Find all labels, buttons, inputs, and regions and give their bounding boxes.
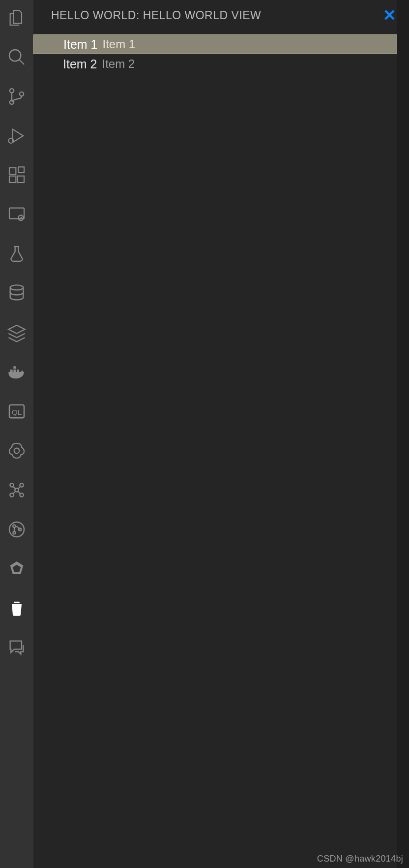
docker-icon[interactable] xyxy=(6,361,28,383)
tree-item[interactable]: Item 1 Item 1 xyxy=(33,34,397,54)
watermark-text: CSDN @hawk2014bj xyxy=(317,854,403,864)
tree-item-label: Item 1 xyxy=(63,37,97,52)
svg-point-29 xyxy=(13,531,15,534)
tree-item-label: Item 2 xyxy=(63,57,97,71)
tree-view: Item 1 Item 1 Item 2 Item 2 xyxy=(33,34,397,74)
sidebar-panel: HELLO WORLD: HELLO WORLD VIEW ✕ Item 1 I… xyxy=(33,0,409,868)
remote-explorer-icon[interactable] xyxy=(6,204,28,225)
explorer-icon[interactable] xyxy=(6,7,28,29)
trash-icon[interactable] xyxy=(6,597,28,619)
graphql-icon[interactable]: QL xyxy=(6,401,28,422)
svg-rect-15 xyxy=(10,370,13,372)
run-debug-icon[interactable] xyxy=(6,125,28,147)
svg-marker-14 xyxy=(8,325,25,334)
close-icon[interactable]: ✕ xyxy=(383,7,397,23)
activity-bar: QL xyxy=(0,0,33,868)
polygon-icon[interactable] xyxy=(6,558,28,580)
extensions-icon[interactable] xyxy=(6,164,28,186)
sidebar-title: HELLO WORLD: HELLO WORLD VIEW xyxy=(51,9,261,22)
svg-rect-18 xyxy=(13,366,16,369)
svg-rect-7 xyxy=(9,168,16,174)
svg-point-13 xyxy=(10,285,24,290)
database-icon[interactable] xyxy=(6,282,28,304)
openai-icon[interactable] xyxy=(6,440,28,462)
svg-rect-16 xyxy=(13,370,16,372)
tree-item-description: Item 1 xyxy=(102,37,135,51)
svg-rect-17 xyxy=(17,370,19,372)
svg-rect-10 xyxy=(18,167,24,173)
svg-point-4 xyxy=(20,92,24,96)
testing-icon[interactable] xyxy=(6,243,28,265)
graph-icon[interactable] xyxy=(6,479,28,501)
svg-point-0 xyxy=(9,50,21,61)
svg-marker-5 xyxy=(13,129,24,143)
comments-icon[interactable] xyxy=(6,637,28,658)
tree-item-description: Item 2 xyxy=(102,57,135,71)
git-graph-icon[interactable] xyxy=(6,519,28,540)
source-control-icon[interactable] xyxy=(6,86,28,107)
svg-rect-9 xyxy=(18,176,24,183)
svg-line-1 xyxy=(19,60,24,64)
svg-text:QL: QL xyxy=(12,408,22,416)
svg-rect-8 xyxy=(9,176,16,183)
svg-point-2 xyxy=(10,89,14,93)
layers-icon[interactable] xyxy=(6,322,28,343)
svg-point-21 xyxy=(14,448,20,454)
sidebar-header: HELLO WORLD: HELLO WORLD VIEW ✕ xyxy=(33,0,397,31)
tree-item[interactable]: Item 2 Item 2 xyxy=(33,54,397,74)
search-icon[interactable] xyxy=(6,46,28,68)
